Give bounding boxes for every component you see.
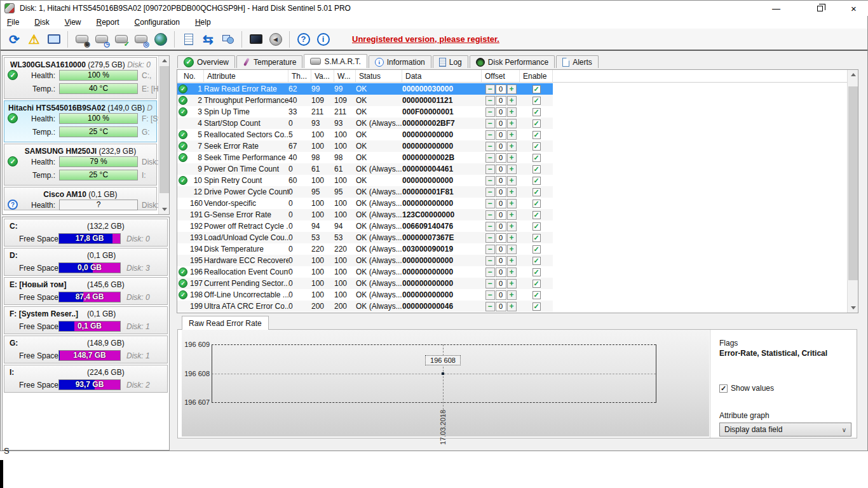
disk-list-scrollbar[interactable] (158, 56, 169, 214)
table-row[interactable]: 192Power off Retract Cycle ...09494OK (A… (177, 220, 553, 232)
table-row[interactable]: 194Disk Temperature0220220OK (Always...0… (177, 243, 553, 255)
offset-plus-button[interactable]: + (507, 233, 517, 243)
column-header-w[interactable]: W... (334, 70, 356, 82)
sync-icon[interactable]: ⇆ (200, 30, 217, 48)
menu-item-view[interactable]: View (58, 17, 88, 28)
scroll-up-icon[interactable] (159, 56, 170, 65)
table-row[interactable]: 199Ultra ATA CRC Error Co...0200200OK (A… (177, 301, 553, 312)
offset-minus-button[interactable]: − (485, 176, 495, 186)
enable-checkbox[interactable]: ✓ (532, 211, 541, 219)
menu-item-configuration[interactable]: Configuration (128, 17, 186, 28)
enable-checkbox[interactable]: ✓ (532, 142, 541, 151)
offset-minus-button[interactable]: − (485, 165, 495, 174)
offset-plus-button[interactable]: + (507, 119, 517, 128)
enable-checkbox[interactable]: ✓ (532, 165, 541, 173)
offset-minus-button[interactable]: − (485, 210, 495, 220)
globe-disk-icon[interactable] (152, 30, 169, 48)
table-row[interactable]: 160Vendor-specific0100100OK (Always...00… (177, 198, 553, 209)
partition-card[interactable]: C:(132,2 GB)Free Space17,8 GBDisk: 0 (4, 219, 168, 247)
offset-minus-button[interactable]: − (485, 222, 495, 231)
speaker-icon[interactable]: ◀ (267, 30, 284, 48)
column-header-status[interactable]: Status (356, 70, 402, 82)
enable-checkbox[interactable]: ✓ (532, 188, 541, 196)
disk-check-icon[interactable]: ✓ (112, 30, 130, 48)
table-row[interactable]: 9Power On Time Count06161OK (Always...00… (177, 163, 553, 175)
disk-card[interactable]: WL300GLSA1610000 (279,5 GB) Disk: 0✓Heal… (4, 57, 157, 99)
column-header-va[interactable]: Va... (311, 70, 334, 82)
table-row[interactable]: ✓7Seek Error Rate67100100OK000000000000−… (177, 140, 553, 152)
enable-checkbox[interactable]: ✓ (532, 108, 541, 116)
tab-overview[interactable]: ✓Overview (177, 55, 235, 68)
tab-alerts[interactable]: Alerts (556, 55, 599, 68)
close-button[interactable]: × (839, 1, 868, 16)
table-row[interactable]: ✓198Off-Line Uncorrectable ...0100100OK … (177, 289, 553, 301)
table-row[interactable]: ✓8Seek Time Performance409898OK000000000… (177, 152, 553, 163)
offset-minus-button[interactable]: − (485, 85, 495, 94)
menu-item-report[interactable]: Report (90, 17, 126, 28)
column-header-data[interactable]: Data (402, 70, 482, 82)
column-header-enable[interactable]: Enable (520, 70, 553, 82)
column-header-attribute[interactable]: Attribute (204, 70, 288, 82)
enable-checkbox[interactable]: ✓ (532, 119, 541, 128)
enable-checkbox[interactable]: ✓ (532, 131, 541, 139)
offset-plus-button[interactable]: + (507, 130, 517, 140)
tab-temperature[interactable]: Temperature (236, 55, 302, 68)
offset-plus-button[interactable]: + (507, 268, 517, 277)
disk-card[interactable]: SAMSUNG HM250JI (232,9 GB) ✓Health:79 %D… (4, 144, 157, 186)
enable-checkbox[interactable]: ✓ (532, 97, 541, 105)
scroll-thumb[interactable] (159, 66, 169, 193)
offset-plus-button[interactable]: + (507, 165, 517, 174)
offset-minus-button[interactable]: − (485, 107, 495, 117)
disk-card[interactable]: Cisco AM10 (0,1 GB) ?Health:?Disk: 3 (4, 187, 157, 210)
offset-plus-button[interactable]: + (507, 222, 517, 231)
offset-plus-button[interactable]: + (507, 210, 517, 220)
offset-plus-button[interactable]: + (507, 96, 517, 105)
offset-minus-button[interactable]: − (485, 142, 495, 151)
offset-plus-button[interactable]: + (507, 142, 517, 151)
offset-minus-button[interactable]: − (485, 187, 495, 197)
report-icon[interactable] (180, 30, 197, 48)
table-row[interactable]: 195Hardware ECC Recovered0100100OK (Alwa… (177, 255, 553, 266)
minimize-button[interactable]: — (762, 1, 790, 16)
info-icon[interactable]: i (315, 30, 332, 48)
scroll-thumb[interactable] (848, 86, 858, 280)
enable-checkbox[interactable]: ✓ (532, 268, 541, 276)
help-icon[interactable]: ? (295, 30, 312, 48)
enable-checkbox[interactable]: ✓ (532, 222, 541, 231)
offset-plus-button[interactable]: + (507, 199, 517, 208)
offset-minus-button[interactable]: − (485, 130, 495, 140)
offset-plus-button[interactable]: + (507, 256, 517, 266)
offset-plus-button[interactable]: + (507, 176, 517, 186)
offset-minus-button[interactable]: − (485, 199, 495, 208)
enable-checkbox[interactable]: ✓ (532, 177, 541, 185)
restore-button[interactable] (806, 1, 834, 16)
column-header-th[interactable]: Th... (288, 70, 311, 82)
offset-minus-button[interactable]: − (485, 245, 495, 254)
enable-checkbox[interactable]: ✓ (532, 257, 541, 265)
enable-checkbox[interactable]: ✓ (532, 302, 541, 311)
disk-clock-icon[interactable]: ◷ (93, 30, 110, 48)
table-row[interactable]: 193Load/Unload Cycle Cou...05353OK (Alwa… (177, 232, 553, 243)
enable-checkbox[interactable]: ✓ (532, 245, 541, 254)
table-row[interactable]: ✓1Raw Read Error Rate629999OK00000003000… (177, 83, 553, 95)
table-scrollbar[interactable] (847, 70, 858, 313)
table-row[interactable]: ✓5Reallocated Sectors Co...5100100OK0000… (177, 129, 553, 140)
partition-card[interactable]: G:(148,9 GB)Free Space148,7 GBDisk: 1 (4, 336, 168, 363)
partition-card[interactable]: F: [System Reser..](0,1 GB)Free Space0,1… (4, 306, 168, 334)
refresh-icon[interactable]: ⟳ (6, 30, 23, 48)
table-row[interactable]: 4Start/Stop Count09393OK (Always...00000… (177, 118, 553, 129)
offset-plus-button[interactable]: + (507, 290, 517, 300)
monitor-icon[interactable] (45, 30, 62, 48)
attribute-graph-select[interactable]: Display data field ∨ (719, 423, 851, 437)
table-row[interactable]: ✓3Spin Up Time33211211OK000F00000001−0+✓ (177, 106, 553, 118)
offset-minus-button[interactable]: − (485, 119, 495, 128)
partition-card[interactable]: E: [Новый том](145,6 GB)Free Space87,4 G… (4, 277, 168, 305)
column-header-no[interactable]: No. (177, 70, 204, 82)
tab-information[interactable]: iInformation (369, 55, 431, 68)
offset-minus-button[interactable]: − (485, 96, 495, 105)
offset-plus-button[interactable]: + (507, 279, 517, 288)
show-values-checkbox[interactable]: ✓ Show values (719, 384, 774, 393)
offset-minus-button[interactable]: − (485, 153, 495, 163)
tab-disk-performance[interactable]: Disk Performance (470, 55, 555, 68)
offset-plus-button[interactable]: + (507, 153, 517, 163)
